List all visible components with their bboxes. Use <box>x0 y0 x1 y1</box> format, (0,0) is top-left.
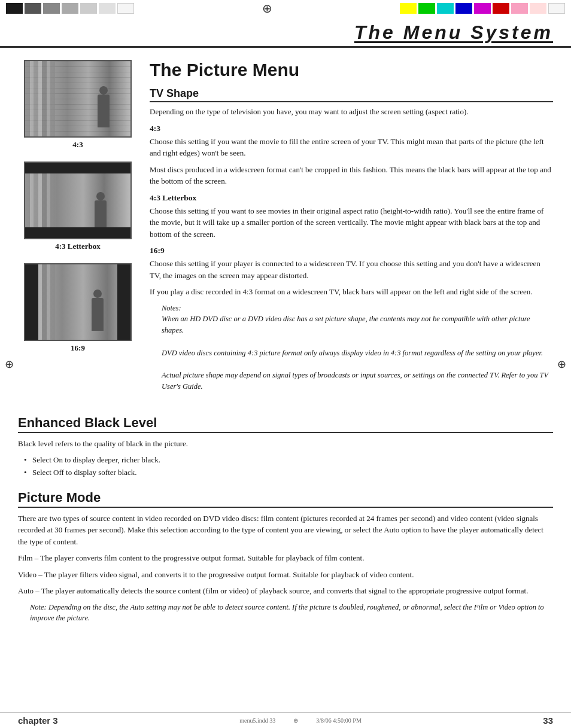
caption-43: 4:3 <box>72 140 83 150</box>
color-block-7 <box>117 3 134 14</box>
notes-block: Notes: When an HD DVD disc or a DVD vide… <box>162 303 553 392</box>
left-column: 4:3 4:3 Letterbox 16:9 <box>18 60 138 397</box>
bullet-off: Select Off to display softer black. <box>24 467 553 479</box>
color-block-4 <box>62 3 78 14</box>
picture-mode-section: Picture Mode There are two types of sour… <box>18 490 553 625</box>
enhanced-black-level-section: Enhanced Black Level Black level refers … <box>18 415 553 479</box>
tv-image-43lb <box>24 162 132 239</box>
note-3: Actual picture shape may depend on signa… <box>162 371 548 391</box>
main-content: 4:3 4:3 Letterbox 16:9 <box>0 48 571 409</box>
picture-mode-heading: Picture Mode <box>18 490 553 508</box>
chapter-label: chapter 3 <box>18 715 58 726</box>
text-43lb: Choose this setting if you want to see m… <box>150 205 553 240</box>
picture-mode-auto: Auto – The player automatically detects … <box>18 585 553 597</box>
note-1: When an HD DVD disc or a DVD video disc … <box>162 315 530 334</box>
color-block-5 <box>80 3 97 14</box>
image-container-43lb: 4:3 Letterbox <box>18 162 138 251</box>
heading-43lb: 4:3 Letterbox <box>150 193 553 203</box>
right-column: The Picture Menu TV Shape Depending on t… <box>150 60 553 397</box>
text-169-1: Choose this setting if your player is co… <box>150 258 553 281</box>
pillars-43 <box>25 61 55 136</box>
sidebars-right <box>117 264 130 340</box>
color-block-pink <box>511 3 528 14</box>
text-43-1: Choose this setting if you want the movi… <box>150 136 553 159</box>
tv-shape-intro: Depending on the type of television you … <box>150 106 553 118</box>
picture-mode-note: Note: Depending on the disc, the Auto se… <box>30 602 553 625</box>
caption-169: 16:9 <box>71 343 85 353</box>
picture-mode-note-text: Note: Depending on the disc, the Auto se… <box>30 603 544 623</box>
title-section: The Menu System <box>0 17 571 48</box>
picture-mode-film: Film – The player converts film content … <box>18 552 553 564</box>
enhanced-bullets: Select On to display deeper, richer blac… <box>24 454 553 479</box>
tv-shape-heading: TV Shape <box>150 87 553 102</box>
picture-mode-video: Video – The player filters video signal,… <box>18 569 553 581</box>
color-block-1 <box>6 3 23 14</box>
footer-crosshair: ⊕ <box>293 717 298 724</box>
letterbox-bottom <box>25 227 130 238</box>
footer-file: menu5.indd 33 <box>239 717 275 724</box>
color-block-blue <box>455 3 472 14</box>
page-title: The Picture Menu <box>150 60 553 80</box>
footer-date: 3/8/06 4:50:00 PM <box>316 717 362 724</box>
color-block-magenta <box>474 3 491 14</box>
enhanced-black-level-intro: Black level refers to the quality of bla… <box>18 438 553 450</box>
color-block-3 <box>43 3 60 14</box>
footer-meta-left: menu5.indd 33 ⊕ 3/8/06 4:50:00 PM <box>239 717 362 724</box>
color-block-2 <box>25 3 41 14</box>
color-block-6 <box>99 3 116 14</box>
letterbox-top <box>25 163 130 173</box>
color-block-cyan <box>437 3 454 14</box>
color-block-lightpink <box>530 3 546 14</box>
right-crosshair: ⊕ <box>557 358 566 371</box>
bullet-on: Select On to display deeper, richer blac… <box>24 454 553 467</box>
color-block-green <box>418 3 435 14</box>
person-43lb <box>95 200 107 227</box>
heading-43: 4:3 <box>150 124 553 133</box>
person-43 <box>98 95 110 127</box>
top-bar-left <box>6 3 134 14</box>
top-bar: ⊕ <box>0 0 571 17</box>
crosshair-top: ⊕ <box>262 1 272 16</box>
text-169-2: If you play a disc recorded in 4:3 forma… <box>150 286 553 298</box>
heading-169: 16:9 <box>150 246 553 255</box>
left-crosshair: ⊕ <box>5 358 14 371</box>
picture-mode-intro: There are two types of source content in… <box>18 513 553 548</box>
person-169 <box>92 298 104 331</box>
note-2: DVD video discs containing 4:3 picture f… <box>162 349 543 357</box>
color-block-red <box>493 3 509 14</box>
footer: chapter 3 menu5.indd 33 ⊕ 3/8/06 4:50:00… <box>0 712 571 728</box>
enhanced-black-level-heading: Enhanced Black Level <box>18 415 553 433</box>
caption-43lb: 4:3 Letterbox <box>55 242 100 251</box>
tv-image-169 <box>24 263 132 341</box>
color-block-yellow <box>400 3 417 14</box>
top-bar-right <box>400 3 565 14</box>
image-container-43: 4:3 <box>18 60 138 150</box>
page-number: 33 <box>543 715 553 726</box>
tv-image-43 <box>24 60 132 138</box>
bottom-content: Enhanced Black Level Black level refers … <box>0 409 571 654</box>
main-title: The Menu System <box>18 22 553 44</box>
notes-label: Notes: <box>162 304 181 312</box>
color-block-white <box>548 3 565 14</box>
sidebars-left <box>25 264 38 340</box>
text-43-2: Most discs produced in a widescreen form… <box>150 164 553 187</box>
image-container-169: 16:9 <box>18 263 138 353</box>
